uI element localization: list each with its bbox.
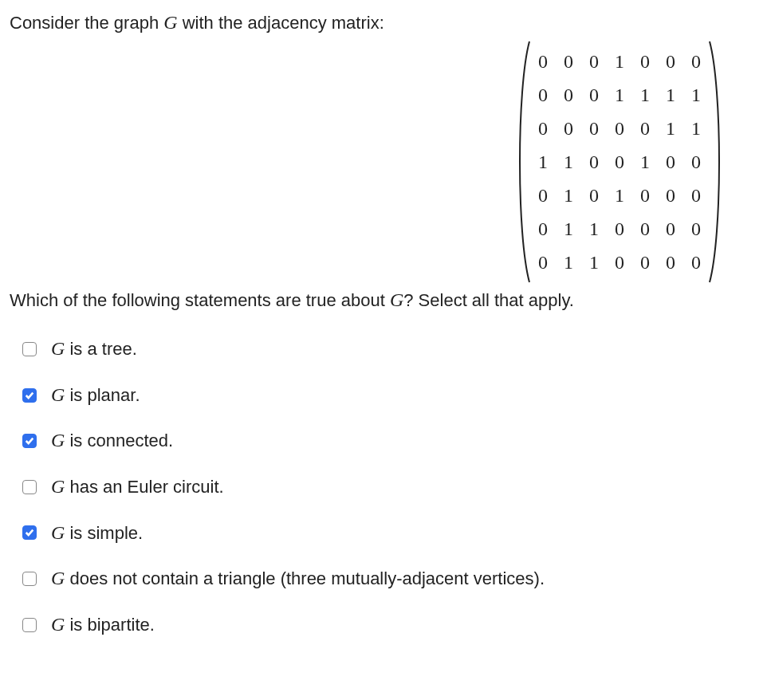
matrix-cell: 0 — [614, 112, 625, 145]
opt-simple[interactable]: G is simple. — [22, 520, 757, 547]
matrix-cell: 1 — [537, 145, 549, 179]
option-var: G — [51, 522, 65, 543]
matrix-cell: 0 — [588, 78, 600, 112]
matrix-cell: 1 — [639, 145, 651, 179]
matrix-cell: 1 — [690, 112, 702, 145]
matrix-cell: 0 — [588, 145, 600, 179]
question-prompt: Which of the following statements are tr… — [10, 287, 757, 314]
matrix-cell: 0 — [588, 112, 600, 145]
intro-text-pre: Consider the graph — [10, 13, 163, 33]
matrix-cell: 0 — [665, 212, 676, 246]
option-text: is simple. — [65, 523, 143, 543]
opt-connected[interactable]: G is connected. — [22, 427, 757, 454]
checkbox[interactable] — [22, 618, 37, 632]
option-label: G is bipartite. — [51, 612, 155, 639]
option-label: G has an Euler circuit. — [51, 474, 224, 501]
checkbox[interactable] — [22, 388, 37, 403]
matrix-cell: 0 — [639, 45, 651, 78]
option-text: is planar. — [65, 385, 140, 405]
opt-planar[interactable]: G is planar. — [22, 382, 757, 409]
matrix-row: 0000011 — [537, 112, 702, 145]
matrix-cell: 0 — [690, 179, 702, 212]
matrix-cell: 1 — [614, 78, 625, 112]
matrix-cell: 0 — [563, 78, 574, 112]
question-text-pre: Which of the following statements are tr… — [10, 290, 390, 310]
matrix-cell: 0 — [690, 145, 702, 179]
matrix-row: 1100100 — [537, 145, 702, 179]
option-var: G — [51, 338, 65, 359]
matrix-cell: 0 — [537, 45, 549, 78]
matrix-cell: 0 — [614, 212, 625, 246]
option-label: G is simple. — [51, 520, 143, 547]
matrix-cell: 1 — [614, 179, 625, 212]
option-var: G — [51, 430, 65, 450]
option-label: G is planar. — [51, 382, 140, 409]
matrix-cell: 1 — [690, 78, 702, 112]
matrix-cell: 0 — [690, 45, 702, 78]
option-text: does not contain a triangle (three mutua… — [65, 568, 545, 588]
option-label: G is a tree. — [51, 336, 137, 363]
checkbox[interactable] — [22, 480, 37, 494]
matrix-cell: 1 — [639, 78, 651, 112]
checkbox[interactable] — [22, 525, 37, 540]
matrix-cell: 0 — [639, 179, 651, 212]
option-var: G — [51, 568, 65, 588]
matrix-cell: 0 — [639, 246, 651, 279]
matrix-cell: 0 — [537, 179, 549, 212]
option-text: is connected. — [65, 431, 173, 450]
option-label: G does not contain a triangle (three mut… — [51, 565, 545, 592]
matrix-cell: 0 — [537, 212, 549, 246]
matrix-container: 0001000000111100000111100100010100001100… — [10, 40, 757, 284]
matrix-cell: 0 — [639, 112, 651, 145]
matrix-cell: 1 — [614, 45, 625, 78]
matrix-cell: 1 — [563, 246, 574, 279]
matrix-cell: 0 — [563, 45, 574, 78]
matrix-cell: 0 — [665, 145, 676, 179]
options-list: G is a tree.G is planar.G is connected.G… — [10, 336, 757, 638]
matrix-cell: 1 — [665, 112, 676, 145]
opt-euler[interactable]: G has an Euler circuit. — [22, 474, 757, 501]
matrix-row: 0110000 — [537, 212, 702, 246]
option-var: G — [51, 614, 65, 635]
matrix-cell: 0 — [563, 112, 574, 145]
intro-var: G — [163, 12, 177, 33]
matrix-row: 0110000 — [537, 246, 702, 279]
matrix-cell: 0 — [690, 212, 702, 246]
matrix-cell: 0 — [614, 145, 625, 179]
question-intro: Consider the graph G with the adjacency … — [10, 10, 757, 37]
matrix-cell: 0 — [588, 179, 600, 212]
option-text: is bipartite. — [65, 615, 155, 635]
checkbox[interactable] — [22, 342, 37, 356]
option-var: G — [51, 476, 65, 497]
question-var: G — [390, 289, 403, 310]
left-paren-icon — [513, 40, 531, 284]
matrix-cell: 0 — [588, 45, 600, 78]
option-var: G — [51, 384, 65, 405]
matrix-cell: 0 — [665, 45, 676, 78]
opt-triangle[interactable]: G does not contain a triangle (three mut… — [22, 565, 757, 592]
matrix-cell: 0 — [665, 179, 676, 212]
opt-bipartite[interactable]: G is bipartite. — [22, 612, 757, 639]
matrix-cell: 0 — [537, 78, 549, 112]
matrix-cell: 1 — [563, 212, 574, 246]
matrix-cell: 1 — [588, 212, 600, 246]
option-text: has an Euler circuit. — [65, 477, 223, 497]
matrix-cell: 1 — [588, 246, 600, 279]
matrix-cell: 0 — [665, 246, 676, 279]
matrix-cell: 0 — [537, 112, 549, 145]
matrix-cell: 1 — [665, 78, 676, 112]
matrix-cell: 0 — [614, 246, 625, 279]
matrix-row: 0001111 — [537, 78, 702, 112]
matrix-row: 0101000 — [537, 179, 702, 212]
matrix-cell: 0 — [690, 246, 702, 279]
opt-tree[interactable]: G is a tree. — [22, 336, 757, 363]
matrix-cell: 1 — [563, 179, 574, 212]
option-label: G is connected. — [51, 427, 173, 454]
checkbox[interactable] — [22, 572, 37, 586]
option-text: is a tree. — [65, 339, 136, 359]
question-text-post: ? Select all that apply. — [403, 290, 574, 310]
matrix-cell: 0 — [537, 246, 549, 279]
checkbox[interactable] — [22, 434, 37, 448]
matrix-cell: 0 — [639, 212, 651, 246]
matrix-row: 0001000 — [537, 45, 702, 78]
